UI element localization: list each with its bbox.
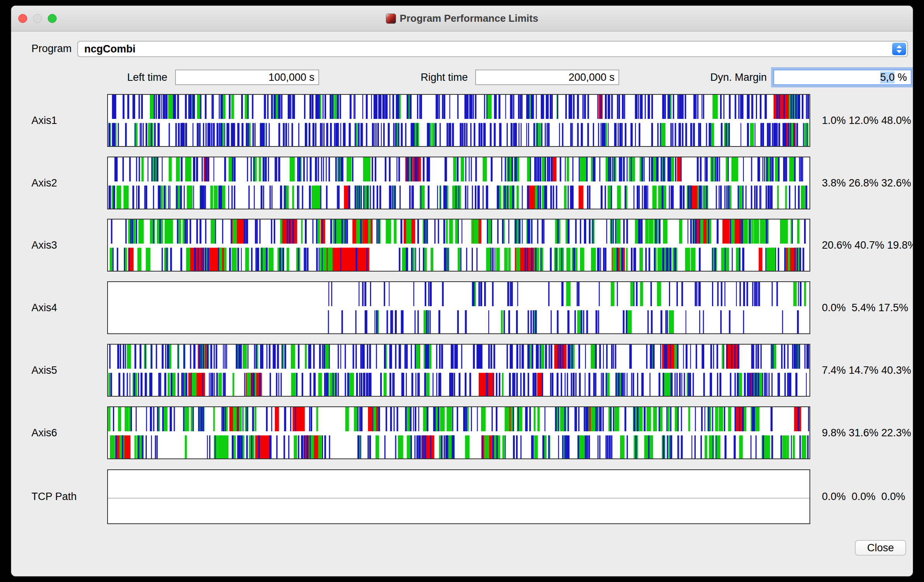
chevron-up-icon — [896, 45, 902, 48]
zoom-window-button[interactable] — [48, 14, 57, 23]
axis1-stats: 1.0% 12.0% 48.0% — [822, 94, 911, 147]
tcp-path-activity-strip — [107, 469, 810, 524]
axis-label: Axis5 — [31, 344, 57, 397]
window-title: Program Performance Limits — [400, 12, 538, 24]
axis3-stats: 20.6% 40.7% 19.8% — [822, 219, 913, 272]
axis2-activity-strip — [107, 157, 810, 209]
axis6-activity-strip — [107, 406, 810, 459]
right-time-label: Right time — [403, 70, 468, 85]
axis-label: Axis2 — [31, 157, 57, 209]
chevron-down-icon — [896, 50, 902, 53]
axis-label: Axis6 — [31, 406, 57, 459]
axis-label: Axis3 — [31, 219, 57, 272]
axis-row-axis4: Axis4 0.0% 5.4% 17.5% — [11, 281, 913, 338]
combobox-stepper[interactable] — [892, 43, 906, 55]
tcp-path-stats: 0.0% 0.0% 0.0% — [822, 469, 905, 524]
left-time-label: Left time — [116, 70, 167, 85]
minimize-window-button[interactable] — [33, 14, 42, 23]
program-combobox[interactable]: ncgCombi — [77, 41, 908, 57]
axis-row-axis1: Axis1 1.0% 12.0% 48.0% — [11, 94, 913, 151]
axis4-stats: 0.0% 5.4% 17.5% — [822, 281, 908, 334]
titlebar: Program Performance Limits — [11, 6, 913, 31]
axis1-strip-canvas — [108, 95, 809, 146]
program-label: Program — [31, 41, 72, 56]
axis5-activity-strip — [107, 344, 810, 397]
axis4-strip-canvas — [108, 282, 809, 333]
axis5-strip-canvas — [108, 345, 809, 396]
axis-row-tcp-path: TCP Path 0.0% 0.0% 0.0% — [11, 469, 913, 526]
dyn-margin-selected-text: 5,0 — [880, 71, 895, 84]
axis1-activity-strip — [107, 94, 810, 147]
axis3-activity-strip — [107, 219, 810, 272]
axis-row-axis6: Axis6 9.8% 31.6% 22.3% — [11, 406, 913, 463]
left-time-input[interactable] — [175, 70, 319, 85]
axis6-stats: 9.8% 31.6% 22.3% — [822, 406, 911, 459]
axis2-strip-canvas — [108, 157, 809, 209]
axis5-stats: 7.4% 14.7% 40.3% — [822, 344, 911, 397]
title-area: Program Performance Limits — [11, 12, 913, 24]
close-button[interactable]: Close — [855, 540, 906, 556]
axis-label: Axis4 — [31, 281, 57, 334]
program-combobox-value: ncgCombi — [84, 43, 135, 55]
dyn-margin-input[interactable]: 5,0 % — [773, 70, 912, 85]
axis4-activity-strip — [107, 281, 810, 334]
dyn-margin-unit: % — [894, 71, 907, 84]
axis-label: Axis1 — [31, 94, 57, 147]
axis6-strip-canvas — [108, 407, 809, 458]
app-icon — [386, 14, 396, 24]
axis-row-axis5: Axis5 7.4% 14.7% 40.3% — [11, 344, 913, 401]
axis-row-axis2: Axis2 3.8% 26.8% 32.6% — [11, 157, 913, 213]
traffic-lights — [18, 6, 57, 31]
app-window: Program Performance Limits Program ncgCo… — [11, 5, 913, 577]
close-window-button[interactable] — [18, 14, 27, 23]
dyn-margin-label: Dyn. Margin — [695, 70, 767, 85]
tcp-path-strip-canvas — [108, 470, 809, 523]
axis-label: TCP Path — [31, 469, 77, 524]
axis-row-axis3: Axis3 20.6% 40.7% 19.8% — [11, 219, 913, 275]
axis3-strip-canvas — [108, 220, 809, 271]
right-time-input[interactable] — [475, 70, 619, 85]
axis2-stats: 3.8% 26.8% 32.6% — [822, 157, 911, 209]
